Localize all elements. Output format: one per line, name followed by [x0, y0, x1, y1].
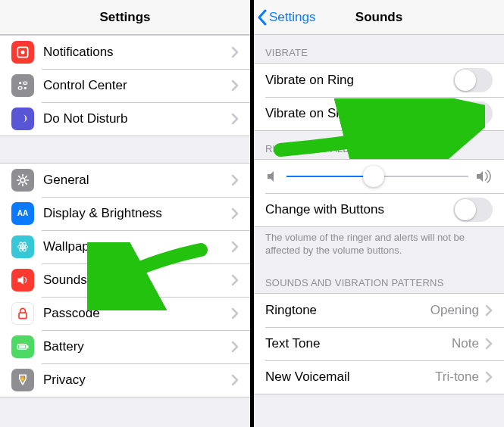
chevron-right-icon [231, 79, 239, 92]
svg-point-8 [21, 245, 23, 248]
sounds-icon [11, 269, 34, 291]
svg-text:✋: ✋ [20, 375, 27, 382]
svg-rect-12 [19, 313, 27, 319]
vibrate-on-ring-label: Vibrate on Ring [265, 73, 453, 88]
settings-row-sounds[interactable]: Sounds [0, 263, 250, 297]
sounds-scroll[interactable]: VIBRATE Vibrate on Ring Vibrate on Silen… [254, 35, 504, 427]
svg-point-5 [24, 87, 27, 89]
row-label: Notifications [43, 45, 231, 60]
settings-row-privacy[interactable]: ✋Privacy [0, 363, 250, 397]
chevron-right-icon [231, 241, 239, 253]
svg-rect-4 [18, 87, 22, 89]
svg-text:AA: AA [17, 209, 28, 217]
settings-row-control-center[interactable]: Control Center [0, 69, 250, 102]
row-label: Passcode [43, 306, 231, 321]
vibrate-on-ring-toggle[interactable] [453, 68, 493, 92]
privacy-icon: ✋ [11, 369, 34, 391]
svg-point-1 [21, 51, 25, 55]
row-label: Do Not Disturb [43, 111, 231, 126]
notifications-icon [11, 41, 34, 64]
settings-pane: Settings NotificationsControl CenterDo N… [0, 0, 250, 427]
settings-row-general[interactable]: General [0, 164, 250, 197]
chevron-right-icon [485, 371, 493, 383]
volume-slider[interactable] [286, 166, 468, 187]
volume-low-icon [265, 170, 279, 183]
pattern-label: New Voicemail [265, 369, 435, 385]
row-vibrate-on-silent[interactable]: Vibrate on Silent [254, 97, 504, 130]
chevron-right-icon [485, 304, 493, 316]
passcode-icon [11, 302, 34, 325]
svg-rect-14 [27, 345, 29, 348]
control-center-icon [11, 74, 34, 97]
settings-row-wallpaper[interactable]: Wallpaper [0, 230, 250, 263]
settings-row-do-not-disturb[interactable]: Do Not Disturb [0, 102, 250, 136]
volume-high-icon [476, 170, 493, 183]
svg-point-6 [20, 178, 25, 182]
chevron-right-icon [231, 113, 239, 125]
wallpaper-icon [11, 235, 34, 258]
display-icon: AA [11, 202, 34, 225]
settings-header: Settings [0, 0, 250, 35]
svg-rect-3 [23, 82, 27, 84]
pattern-row-ringtone[interactable]: RingtoneOpening [254, 294, 504, 327]
battery-icon [11, 335, 34, 358]
chevron-right-icon [485, 338, 493, 350]
chevron-right-icon [231, 274, 239, 286]
chevron-right-icon [231, 307, 239, 319]
do-not-disturb-icon [11, 108, 34, 130]
row-label: Privacy [43, 372, 231, 388]
row-label: Sounds [43, 273, 231, 288]
row-volume-slider[interactable] [254, 160, 504, 193]
row-label: General [43, 173, 231, 188]
vibrate-section-header: VIBRATE [254, 35, 504, 63]
row-label: Display & Brightness [43, 206, 231, 221]
settings-row-display-brightness[interactable]: AADisplay & Brightness [0, 197, 250, 230]
vibrate-on-silent-toggle[interactable] [453, 101, 493, 126]
settings-row-notifications[interactable]: Notifications [0, 36, 250, 69]
ringer-section-header: RINGER AND ALERTS [254, 131, 504, 159]
back-label: Settings [269, 10, 315, 25]
row-label: Battery [43, 339, 231, 354]
settings-row-battery[interactable]: Battery [0, 330, 250, 363]
patterns-section-header: SOUNDS AND VIBRATION PATTERNS [254, 265, 504, 293]
pattern-row-new-voicemail[interactable]: New VoicemailTri-tone [254, 360, 504, 394]
chevron-right-icon [231, 46, 239, 58]
pattern-value: Opening [430, 303, 479, 318]
row-label: Control Center [43, 78, 231, 93]
chevron-right-icon [231, 374, 239, 386]
settings-scroll[interactable]: NotificationsControl CenterDo Not Distur… [0, 35, 250, 427]
general-icon [11, 169, 34, 192]
row-change-with-buttons[interactable]: Change with Buttons [254, 193, 504, 226]
chevron-right-icon [231, 207, 239, 220]
change-with-buttons-toggle[interactable] [453, 198, 493, 222]
chevron-right-icon [231, 174, 239, 186]
back-chevron-icon [257, 9, 268, 26]
pattern-value: Note [452, 336, 479, 351]
pattern-label: Text Tone [265, 336, 452, 351]
pattern-value: Tri-tone [435, 369, 479, 385]
chevron-right-icon [231, 341, 239, 353]
settings-title: Settings [0, 10, 250, 25]
svg-rect-15 [19, 345, 25, 348]
ringer-section-footer: The volume of the ringer and alerts will… [254, 227, 504, 265]
back-button[interactable]: Settings [254, 9, 315, 26]
settings-row-passcode[interactable]: Passcode [0, 297, 250, 330]
svg-point-2 [19, 82, 21, 84]
vibrate-on-silent-label: Vibrate on Silent [265, 106, 453, 121]
row-label: Wallpaper [43, 239, 231, 254]
row-vibrate-on-ring[interactable]: Vibrate on Ring [254, 64, 504, 97]
pattern-label: Ringtone [265, 303, 430, 318]
pattern-row-text-tone[interactable]: Text ToneNote [254, 327, 504, 360]
sounds-pane: Settings Sounds VIBRATE Vibrate on Ring … [254, 0, 504, 427]
change-with-buttons-label: Change with Buttons [265, 202, 453, 217]
sounds-header: Settings Sounds [254, 0, 504, 35]
